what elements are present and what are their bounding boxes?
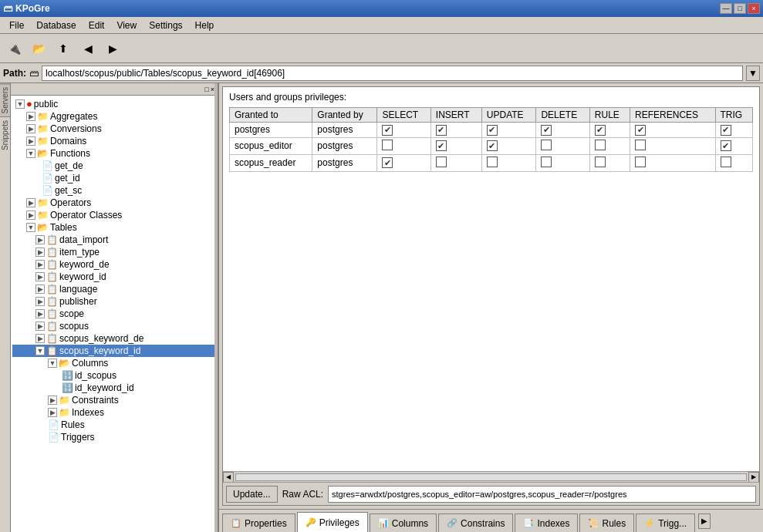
tree-item-rules[interactable]: 📄 Rules: [12, 419, 216, 431]
checkbox-rule-postgres[interactable]: [595, 125, 606, 136]
scroll-left-button[interactable]: ◀: [223, 472, 234, 483]
indexes-expander[interactable]: ▶: [48, 408, 57, 417]
path-dropdown-button[interactable]: ▼: [746, 66, 760, 81]
acl-input[interactable]: [328, 486, 756, 503]
tree-item-indexes[interactable]: ▶ 📁 Indexes: [12, 406, 216, 419]
tree-item-scopus[interactable]: ▶ 📋 scopus: [12, 320, 216, 332]
delete-scopus_editor[interactable]: [536, 137, 589, 154]
open-button[interactable]: 📂: [28, 38, 49, 59]
tree-restore-button[interactable]: □: [204, 86, 208, 93]
delete-postgres[interactable]: [536, 123, 589, 138]
menu-view[interactable]: View: [110, 19, 143, 32]
root-expander[interactable]: ▼: [15, 99, 25, 109]
references-postgres[interactable]: [630, 123, 715, 138]
domains-expander[interactable]: ▶: [26, 136, 35, 146]
tree-root[interactable]: ▼ ● public: [12, 97, 216, 110]
references-scopus_reader[interactable]: [630, 154, 715, 171]
delete-scopus_reader[interactable]: [536, 154, 589, 171]
tree-item-operators[interactable]: ▶ 📁 Operators: [12, 197, 216, 209]
keyword_de-expander[interactable]: ▶: [35, 260, 45, 269]
maximize-button[interactable]: □: [734, 3, 746, 14]
tree-item-data_import[interactable]: ▶ 📋 data_import: [12, 234, 216, 246]
tab-servers[interactable]: Servers: [0, 83, 10, 116]
language-expander[interactable]: ▶: [35, 285, 45, 294]
checkbox-update-scopus_reader[interactable]: [487, 157, 498, 167]
close-button[interactable]: ×: [748, 3, 760, 14]
path-input[interactable]: [42, 66, 743, 81]
columns-expander[interactable]: ▼: [48, 359, 57, 368]
tabs-more-button[interactable]: ▶: [698, 513, 711, 529]
tree-item-id_scopus[interactable]: 🔢 id_scopus: [12, 369, 216, 382]
tree-content[interactable]: ▼ ● public ▶ 📁 Aggregates ▶ 📁 Conversion…: [11, 96, 218, 532]
rule-scopus_reader[interactable]: [589, 154, 630, 171]
tree-item-conversions[interactable]: ▶ 📁 Conversions: [12, 123, 216, 135]
trig-postgres[interactable]: [715, 123, 752, 138]
tree-item-get_id[interactable]: 📄 get_id: [12, 172, 216, 184]
insert-scopus_reader[interactable]: [430, 154, 481, 171]
checkbox-delete-postgres[interactable]: [541, 125, 552, 136]
tree-item-item_type[interactable]: ▶ 📋 item_type: [12, 246, 216, 258]
tree-item-scopus_keyword_de[interactable]: ▶ 📋 scopus_keyword_de: [12, 332, 216, 345]
tree-resize-handle[interactable]: [214, 83, 218, 532]
insert-scopus_editor[interactable]: [430, 137, 481, 154]
item_type-expander[interactable]: ▶: [35, 247, 45, 257]
scroll-right-button[interactable]: ▶: [748, 472, 759, 483]
checkbox-update-scopus_editor[interactable]: [487, 140, 498, 151]
select-scopus_reader[interactable]: [377, 154, 430, 171]
scroll-track[interactable]: [235, 473, 747, 481]
trig-scopus_editor[interactable]: [715, 137, 752, 154]
update-button[interactable]: Update...: [226, 486, 278, 503]
checkbox-select-postgres[interactable]: [382, 125, 393, 136]
tree-item-scopus_keyword_id[interactable]: ▼ 📋 scopus_keyword_id: [12, 345, 216, 357]
tree-item-get_sc[interactable]: 📄 get_sc: [12, 184, 216, 197]
minimize-button[interactable]: —: [720, 3, 732, 14]
rule-scopus_editor[interactable]: [589, 137, 630, 154]
update-postgres[interactable]: [481, 123, 536, 138]
tab-columns[interactable]: 📊 Columns: [370, 513, 437, 532]
insert-postgres[interactable]: [430, 123, 481, 138]
operator-classes-expander[interactable]: ▶: [26, 210, 35, 220]
connect-button[interactable]: 🔌: [3, 38, 25, 59]
tab-privileges[interactable]: 🔑 Privileges: [297, 512, 368, 532]
checkbox-select-scopus_reader[interactable]: [382, 157, 393, 168]
checkbox-trig-scopus_reader[interactable]: [721, 157, 731, 167]
tables-expander[interactable]: ▼: [26, 223, 35, 232]
tree-item-domains[interactable]: ▶ 📁 Domains: [12, 135, 216, 147]
tab-rules[interactable]: 📜 Rules: [579, 513, 634, 532]
menu-settings[interactable]: Settings: [143, 19, 188, 32]
checkbox-trig-scopus_editor[interactable]: [721, 140, 731, 151]
publisher-expander[interactable]: ▶: [35, 297, 45, 306]
checkbox-insert-scopus_reader[interactable]: [436, 157, 447, 167]
select-postgres[interactable]: [377, 123, 430, 138]
tree-item-constraints[interactable]: ▶ 📁 Constraints: [12, 394, 216, 406]
checkbox-insert-scopus_editor[interactable]: [436, 140, 447, 151]
select-scopus_editor[interactable]: [377, 137, 430, 154]
menu-edit[interactable]: Edit: [83, 19, 111, 32]
tree-item-columns[interactable]: ▼ 📂 Columns: [12, 357, 216, 369]
tree-item-triggers[interactable]: 📄 Triggers: [12, 431, 216, 443]
tab-constrains[interactable]: 🔗 Constrains: [438, 513, 513, 532]
checkbox-select-scopus_editor[interactable]: [382, 140, 393, 150]
checkbox-references-scopus_editor[interactable]: [635, 140, 646, 150]
tree-item-get_de[interactable]: 📄 get_de: [12, 160, 216, 172]
checkbox-rule-scopus_reader[interactable]: [595, 157, 606, 167]
tab-snippets[interactable]: Snippets: [0, 116, 10, 153]
tab-indexes[interactable]: 📑 Indexes: [515, 513, 578, 532]
back-button[interactable]: ◀: [77, 38, 99, 59]
checkbox-references-scopus_reader[interactable]: [635, 157, 646, 167]
operators-expander[interactable]: ▶: [26, 198, 35, 207]
tree-item-aggregates[interactable]: ▶ 📁 Aggregates: [12, 110, 216, 123]
conversions-expander[interactable]: ▶: [26, 124, 35, 133]
checkbox-update-postgres[interactable]: [487, 125, 498, 136]
tree-item-language[interactable]: ▶ 📋 language: [12, 283, 216, 295]
scopus_keyword_id-expander[interactable]: ▼: [35, 346, 45, 355]
tree-item-publisher[interactable]: ▶ 📋 publisher: [12, 295, 216, 308]
update-scopus_editor[interactable]: [481, 137, 536, 154]
tab-properties[interactable]: 📋 Properties: [222, 513, 295, 532]
tab-trigg[interactable]: ⚡ Trigg...: [636, 513, 695, 532]
data_import-expander[interactable]: ▶: [35, 235, 45, 244]
menu-help[interactable]: Help: [189, 19, 221, 32]
forward-button[interactable]: ▶: [102, 38, 123, 59]
tree-item-tables[interactable]: ▼ 📂 Tables: [12, 221, 216, 234]
tree-item-operator-classes[interactable]: ▶ 📁 Operator Classes: [12, 209, 216, 221]
